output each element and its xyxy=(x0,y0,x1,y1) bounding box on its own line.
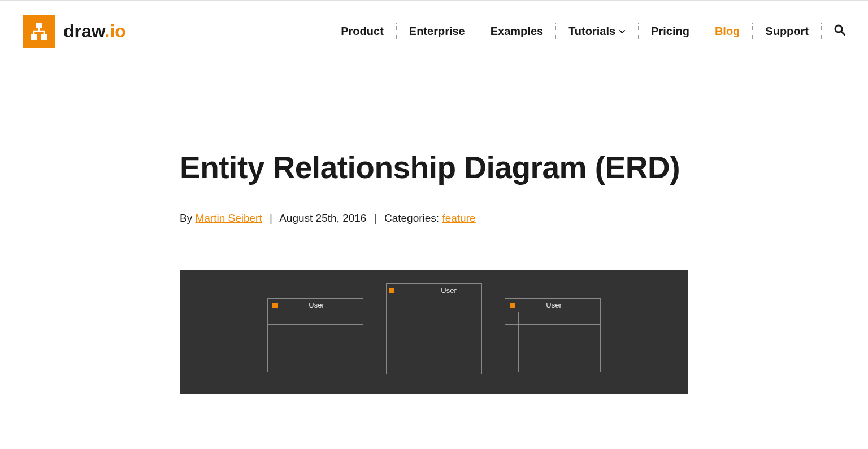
nav-enterprise[interactable]: Enterprise xyxy=(397,25,478,37)
hero-diagram-image: User User xyxy=(180,270,688,394)
nav-blog[interactable]: Blog xyxy=(702,25,752,37)
logo-prefix: draw xyxy=(63,21,105,41)
nav-examples[interactable]: Examples xyxy=(478,25,555,37)
erd-entity-header: User xyxy=(387,284,481,297)
chevron-down-icon xyxy=(619,25,626,37)
erd-col xyxy=(268,312,281,372)
erd-chip-icon xyxy=(272,303,278,308)
erd-entity: User xyxy=(386,283,482,374)
article-date: August 25th, 2016 xyxy=(279,212,366,224)
erd-entity: User xyxy=(267,298,363,372)
categories-label: Categories: xyxy=(384,212,442,224)
search-icon[interactable] xyxy=(822,24,845,38)
erd-entity-title: User xyxy=(281,301,358,309)
erd-chip-icon xyxy=(389,288,394,293)
erd-entity-header: User xyxy=(505,299,600,312)
erd-row xyxy=(268,312,281,325)
erd-entity-title: User xyxy=(398,286,477,295)
author-link[interactable]: Martin Seibert xyxy=(195,212,262,224)
site-header: draw.io Product Enterprise Examples Tuto… xyxy=(0,1,868,62)
svg-rect-1 xyxy=(31,34,37,40)
nav-pricing[interactable]: Pricing xyxy=(639,25,702,37)
erd-entity: User xyxy=(505,298,601,372)
erd-col xyxy=(519,312,600,372)
svg-line-4 xyxy=(841,32,845,35)
svg-rect-2 xyxy=(41,34,47,40)
erd-chip-icon xyxy=(510,303,515,308)
erd-entity-body xyxy=(268,312,363,372)
erd-row xyxy=(281,312,363,325)
nav-tutorials-label: Tutorials xyxy=(568,25,615,37)
meta-separator: | xyxy=(374,212,377,224)
erd-entity-header: User xyxy=(268,299,363,312)
svg-rect-0 xyxy=(36,23,42,28)
logo-link[interactable]: draw.io xyxy=(23,15,126,48)
nav-product[interactable]: Product xyxy=(328,25,396,37)
erd-entity-body xyxy=(387,297,481,374)
nav-tutorials[interactable]: Tutorials xyxy=(556,25,638,37)
logo-text: draw.io xyxy=(63,21,126,42)
by-label: By xyxy=(180,212,195,224)
logo-suffix: .io xyxy=(105,21,126,41)
meta-separator: | xyxy=(270,212,272,224)
logo-icon xyxy=(23,15,55,48)
nav-support[interactable]: Support xyxy=(753,25,821,37)
erd-row xyxy=(505,312,518,325)
erd-entity-title: User xyxy=(519,301,596,309)
erd-entity-body xyxy=(505,312,600,372)
erd-col xyxy=(418,297,481,374)
erd-col xyxy=(505,312,519,372)
article-title: Entity Relationship Diagram (ERD) xyxy=(180,146,688,188)
erd-col xyxy=(281,312,363,372)
main-nav: Product Enterprise Examples Tutorials Pr… xyxy=(328,23,845,39)
erd-row xyxy=(519,312,600,325)
article-meta: By Martin Seibert | August 25th, 2016 | … xyxy=(180,212,688,225)
category-link[interactable]: feature xyxy=(442,212,475,224)
article-content: Entity Relationship Diagram (ERD) By Mar… xyxy=(180,62,688,394)
erd-col xyxy=(387,297,418,374)
